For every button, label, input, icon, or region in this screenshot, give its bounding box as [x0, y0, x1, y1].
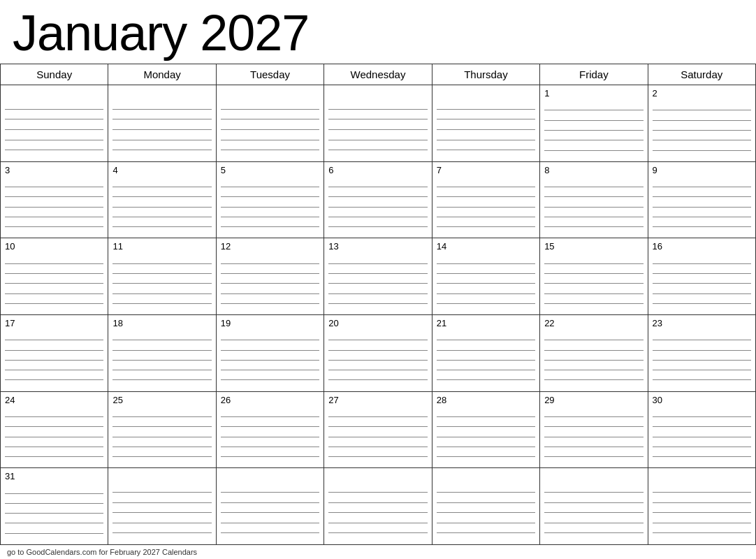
day-header-monday: Monday [108, 64, 216, 85]
day-line [544, 150, 643, 151]
day-line [5, 360, 103, 361]
day-line [328, 416, 427, 417]
day-line [221, 187, 319, 187]
day-line [437, 456, 535, 457]
day-lines [544, 482, 643, 542]
day-line [328, 140, 427, 140]
day-number: 17 [5, 318, 103, 328]
day-line [5, 217, 103, 217]
day-line [544, 416, 643, 417]
day-cell: 2 [648, 85, 756, 161]
day-line [5, 493, 103, 494]
week-row-5: 24252627282930 [1, 392, 756, 469]
day-line [544, 512, 643, 513]
day-line [437, 150, 535, 150]
day-number: 11 [112, 241, 211, 252]
day-number: 14 [437, 241, 535, 252]
day-line [328, 532, 427, 533]
day-line [221, 109, 319, 110]
day-line [653, 130, 751, 131]
day-line [544, 293, 643, 294]
day-cell: 22 [540, 315, 648, 391]
day-line [112, 207, 211, 208]
day-line [437, 492, 535, 493]
day-number: 21 [437, 318, 535, 328]
day-cell [324, 85, 432, 161]
day-lines [653, 331, 751, 389]
day-line [653, 426, 751, 427]
day-line [221, 263, 319, 264]
day-line [112, 379, 211, 380]
day-line [544, 217, 643, 217]
day-line [328, 263, 427, 264]
day-line [5, 263, 103, 264]
day-line [112, 217, 211, 217]
day-number: 26 [221, 395, 319, 405]
day-line [653, 120, 751, 121]
day-lines [437, 331, 535, 389]
day-lines [5, 484, 103, 542]
day-line [221, 512, 319, 513]
day-cell: 10 [1, 238, 108, 314]
day-line [5, 426, 103, 427]
day-line [328, 196, 427, 197]
day-cell: 27 [324, 392, 432, 468]
day-line [328, 217, 427, 217]
day-lines [221, 177, 319, 235]
day-lines [5, 254, 103, 312]
day-cell: 4 [108, 162, 216, 238]
day-line [328, 512, 427, 513]
day-cell: 23 [648, 315, 756, 391]
day-number: 18 [112, 318, 211, 328]
day-line [221, 196, 319, 197]
day-line [112, 370, 211, 370]
day-line [437, 502, 535, 503]
day-line [653, 340, 751, 340]
day-line [5, 513, 103, 514]
day-lines [544, 177, 643, 235]
day-header-wednesday: Wednesday [324, 64, 432, 85]
day-lines [5, 99, 103, 159]
day-line [544, 447, 643, 447]
day-line [437, 293, 535, 294]
day-line [221, 456, 319, 457]
day-cell: 5 [217, 162, 324, 238]
day-line [5, 119, 103, 119]
day-line [544, 370, 643, 370]
day-lines [112, 99, 211, 159]
day-lines [653, 101, 751, 159]
day-line [221, 350, 319, 351]
day-line [5, 283, 103, 284]
day-number: 13 [328, 241, 427, 252]
day-line [5, 533, 103, 534]
day-cell: 30 [648, 392, 756, 468]
day-line [544, 426, 643, 427]
day-cell: 18 [108, 315, 216, 391]
day-number: 23 [653, 318, 751, 328]
day-line [328, 379, 427, 380]
day-lines [328, 177, 427, 235]
day-line [437, 119, 535, 119]
day-line [437, 379, 535, 380]
day-line [544, 196, 643, 197]
day-cell [108, 85, 216, 161]
day-line [5, 207, 103, 208]
day-line [544, 523, 643, 523]
day-line [437, 283, 535, 284]
week-row-1: 12 [1, 85, 756, 162]
day-lines [328, 99, 427, 159]
day-lines [221, 482, 319, 542]
day-cell: 21 [432, 315, 540, 391]
day-line [5, 196, 103, 197]
day-number: 31 [5, 471, 103, 481]
day-lines [544, 101, 643, 159]
day-lines [221, 331, 319, 389]
day-line [221, 119, 319, 119]
day-line [5, 293, 103, 294]
day-number: 1 [544, 88, 643, 99]
day-line [5, 150, 103, 150]
day-line [653, 217, 751, 217]
day-cell: 26 [217, 392, 324, 468]
week-row-6: 31 [1, 468, 756, 545]
day-cell: 7 [432, 162, 540, 238]
